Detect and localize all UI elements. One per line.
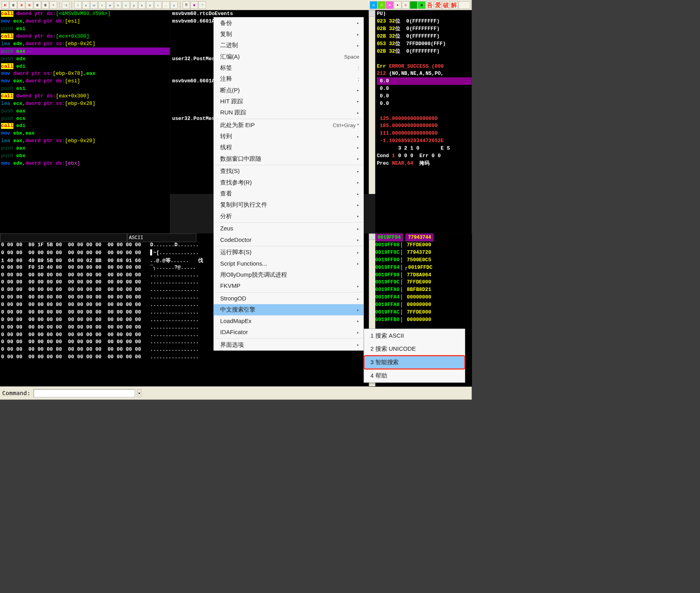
toolbar-btn-6[interactable]: ▥ xyxy=(42,1,49,9)
toolbar-letter-t[interactable]: t xyxy=(98,1,106,9)
menu-item[interactable]: 界面选项 xyxy=(214,339,363,350)
disasm-line[interactable]: lea edx,dword ptr ss:[ebp-0x2C] xyxy=(0,40,170,48)
menu-item[interactable]: 中文搜索引擎 xyxy=(214,304,363,315)
toolbar-letter-b[interactable]: b xyxy=(146,1,154,9)
menu-item[interactable]: StrongOD xyxy=(214,293,363,304)
command-dropdown-icon[interactable]: ▾ xyxy=(137,389,141,397)
toolbar-btn-r7[interactable]: ▦ xyxy=(418,1,425,9)
menu-item[interactable]: 复制 xyxy=(214,29,363,40)
menu-item[interactable]: 线程 xyxy=(214,142,363,153)
stack-row[interactable]: 0019FF8C│ 77943720 xyxy=(375,249,472,257)
disasm-line[interactable]: mov ecx,dword ptr ds:[esi] xyxy=(0,17,170,25)
menu-item[interactable]: 数据窗口中跟随 xyxy=(214,153,363,164)
disasm-line[interactable]: push eax xyxy=(0,48,170,55)
disasm-line[interactable]: push eax xyxy=(0,144,170,152)
ref-line[interactable]: msvbvm60.rtcDoEvents xyxy=(172,10,375,18)
toolbar-btn-r4[interactable]: ● xyxy=(394,1,401,9)
toolbar-letter-...[interactable]: ... xyxy=(162,1,170,9)
toolbar-btn-7[interactable]: ✕ xyxy=(49,1,57,9)
disasm-line[interactable]: mov eax,dword ptr ds:[esi] xyxy=(0,77,170,85)
toolbar-btn-r5[interactable]: ◎ xyxy=(402,1,409,9)
toolbar-cn-解[interactable]: 解 xyxy=(450,1,458,9)
stack-row[interactable]: 0019FFA8│ 00000000 xyxy=(375,302,472,309)
toolbar-letter-k[interactable]: k xyxy=(138,1,146,9)
disasm-line[interactable]: call dword ptr ds:[ecx+0x300] xyxy=(0,32,170,40)
toolbar-btn-goto[interactable]: →| xyxy=(62,1,69,9)
menu-item[interactable]: 分析 xyxy=(214,211,363,222)
stack-row[interactable]: 0019FFAC│ 7FFDE000 xyxy=(375,309,472,317)
scrollbar-disasm[interactable] xyxy=(369,10,375,194)
disasm-line[interactable]: call edi xyxy=(0,122,170,130)
disasm-line[interactable]: push edx xyxy=(0,55,170,63)
disasm-line[interactable]: mov ebx,eax xyxy=(0,130,170,137)
menu-item[interactable]: Script Functions... xyxy=(214,258,363,269)
toolbar-cn-吾[interactable]: 吾 xyxy=(426,1,434,9)
stack-row[interactable]: 0019FFA0│ 8BFB8D21 xyxy=(375,287,472,295)
toolbar-letter-r[interactable]: r xyxy=(154,1,162,9)
menu-item[interactable]: 查找(S) xyxy=(214,166,363,177)
disasm-line[interactable]: push esi xyxy=(0,85,170,92)
menu-item[interactable]: 二进制 xyxy=(214,40,363,51)
menu-item[interactable]: 查找参考(R) xyxy=(214,177,363,188)
disasm-line[interactable]: push ecx xyxy=(0,115,170,122)
submenu-item[interactable]: 1 搜索 ASCII xyxy=(364,329,465,342)
toolbar-letter-e[interactable]: e xyxy=(82,1,90,9)
menu-item[interactable]: 运行脚本(S) xyxy=(214,247,363,258)
stack-row[interactable]: 0019FF94│┌0019FFDC xyxy=(375,264,472,272)
toolbar-btn-r6[interactable]: ▦ xyxy=(410,1,417,9)
menu-item[interactable]: Zeus xyxy=(214,223,363,234)
disasm-line[interactable]: call edi xyxy=(0,63,170,70)
toolbar-btn-5[interactable]: ▥ xyxy=(34,1,41,9)
toolbar-btn-list[interactable]: ☰ xyxy=(183,1,190,9)
menu-item[interactable]: 转到 xyxy=(214,131,363,142)
toolbar-btn-r2[interactable]: ◲ xyxy=(378,1,385,9)
menu-item[interactable]: 复制到可执行文件 xyxy=(214,199,363,210)
toolbar-letter-m[interactable]: m xyxy=(90,1,98,9)
menu-item[interactable]: 备份 xyxy=(214,17,363,29)
menu-item[interactable]: IDAFicator xyxy=(214,327,363,338)
menu-item[interactable]: 用OllyDump脱壳调试进程 xyxy=(214,269,363,280)
disassembly-pane[interactable]: call dword ptr ds:[<&MSVBVM60.#598>]mov … xyxy=(0,10,170,194)
menu-item[interactable]: 此处为新 EIPCtrl+Gray * xyxy=(214,120,363,131)
submenu-item[interactable]: 2 搜索 UNICODE xyxy=(364,342,465,356)
toolbar-letter-p[interactable]: p xyxy=(130,1,138,9)
disasm-line[interactable]: call dword ptr ds:[eax+0x300] xyxy=(0,92,170,100)
stack-row[interactable]: 0019FFA4│ 00000000 xyxy=(375,294,472,302)
disasm-line[interactable]: push esi xyxy=(0,25,170,32)
toolbar-letter-c[interactable]: c xyxy=(122,1,130,9)
menu-item[interactable]: HIT 跟踪 xyxy=(214,96,363,107)
disasm-line[interactable]: mov edx,dword ptr ds:[ebx] xyxy=(0,160,170,167)
menu-item[interactable]: LoadMapEx xyxy=(214,316,363,327)
toolbar-btn-plugin[interactable]: ▦ xyxy=(190,1,198,9)
menu-item[interactable]: FKVMP xyxy=(214,280,363,291)
stack-row[interactable]: 0019FF90│ 7500E0C5 xyxy=(375,257,472,264)
toolbar-btn-4[interactable]: ▥ xyxy=(26,1,33,9)
toolbar-cn-破[interactable]: 破 xyxy=(442,1,450,9)
submenu-item[interactable]: 3 智能搜索 xyxy=(364,355,465,369)
toolbar-btn-last[interactable] xyxy=(458,1,470,9)
stack-row[interactable]: 0019FF9C│ 7FFDE000 xyxy=(375,279,472,287)
submenu-item[interactable]: 4 帮助 xyxy=(364,369,465,382)
toolbar-letter-s[interactable]: s xyxy=(170,1,178,9)
toolbar-btn-2[interactable]: ▥ xyxy=(10,1,17,9)
toolbar-letter-l[interactable]: l xyxy=(74,1,82,9)
toolbar-btn-3[interactable]: ◨ xyxy=(17,1,25,9)
menu-item[interactable]: 汇编(A)Space xyxy=(214,51,363,62)
menu-item[interactable]: 标签: xyxy=(214,62,363,73)
menu-item[interactable]: RUN 跟踪 xyxy=(214,107,363,118)
command-input[interactable] xyxy=(34,389,135,397)
toolbar-cn-爱[interactable]: 爱 xyxy=(434,1,442,9)
disasm-line[interactable]: call dword ptr ds:[<&MSVBVM60.#598>] xyxy=(0,10,170,18)
disasm-line[interactable]: mov dword ptr ss:[ebp-0x78],eax xyxy=(0,70,170,78)
stack-row[interactable]: 0019FF88│ 7FFDE000 xyxy=(375,242,472,249)
stack-row[interactable]: 0019FF98│ 77D8A064 xyxy=(375,272,472,279)
menu-item[interactable]: 注释; xyxy=(214,73,363,84)
menu-item[interactable]: CodeDoctor xyxy=(214,234,363,245)
toolbar-letter-h[interactable]: h xyxy=(114,1,122,9)
toolbar-btn-r1[interactable]: ◱ xyxy=(370,1,377,9)
toolbar-btn-r3[interactable]: A xyxy=(386,1,394,9)
disasm-line[interactable]: push eax xyxy=(0,107,170,115)
menu-item[interactable]: 断点(P) xyxy=(214,85,363,96)
stack-row[interactable]: 0019FFB0│ 00000000 xyxy=(375,317,472,324)
toolbar-btn-1[interactable]: ◧ xyxy=(2,1,9,9)
